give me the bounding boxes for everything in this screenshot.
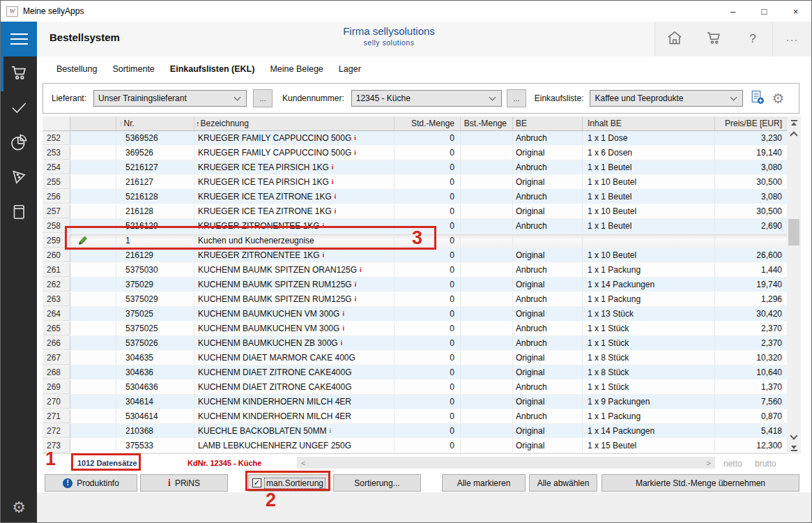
- table-row[interactable]: 254 5216127 KRUEGER ICE TEA PIRSICH 1KGi…: [43, 160, 787, 175]
- list-settings-button[interactable]: ⚙: [772, 90, 784, 107]
- home-button[interactable]: [655, 22, 694, 56]
- col-inhaltbe-header[interactable]: Inhalt BE: [583, 116, 715, 131]
- table-row[interactable]: 273 375533 LAMB LEBKUCHENHERZ UNGEF 250G…: [43, 439, 787, 453]
- sidebar-settings-button[interactable]: ⚙: [1, 492, 37, 523]
- info-marker-icon[interactable]: i: [355, 281, 357, 288]
- close-button[interactable]: ×: [780, 1, 811, 22]
- table-row[interactable]: 269 5304636 KUCHENM DIAET ZITRONE CAKE40…: [43, 380, 787, 395]
- tab-bestellung[interactable]: Bestellung: [56, 61, 97, 77]
- scroll-down-button[interactable]: [787, 432, 801, 443]
- more-button[interactable]: ···: [772, 22, 811, 56]
- col-bstmenge-header[interactable]: Bst.-Menge: [461, 116, 513, 131]
- kundennummer-select[interactable]: 12345 - Küche: [351, 90, 502, 107]
- minimize-button[interactable]: –: [717, 1, 749, 22]
- kundennummer-browse-button[interactable]: ...: [507, 89, 526, 107]
- table-row[interactable]: 268 304636 KUCHENM DIAET ZITRONE CAKE400…: [43, 365, 787, 380]
- scroll-up-button[interactable]: [787, 128, 801, 139]
- info-marker-icon[interactable]: i: [354, 149, 356, 156]
- table-row[interactable]: 258 5216129 KRUEGER ZITRONENTEE 1KGi 0 A…: [43, 219, 787, 234]
- tab-lager[interactable]: Lager: [339, 61, 361, 77]
- table-row[interactable]: 272 210368 KUECHLE BACKOBLATEN 50MMi 0 O…: [43, 424, 787, 439]
- maximize-button[interactable]: □: [749, 1, 780, 22]
- table-row[interactable]: 256 5216128 KRUEGER ICE TEA ZITRONE 1KGi…: [43, 190, 787, 204]
- table-row[interactable]: 253 369526 KRUEGER FAMILY CAPPUCCINO 500…: [43, 146, 787, 160]
- scroll-track[interactable]: [787, 139, 801, 432]
- tab-sortimente[interactable]: Sortimente: [112, 61, 154, 77]
- vertical-scrollbar[interactable]: [787, 116, 801, 454]
- einkaufsliste-select[interactable]: Kaffee und Teeprodukte: [590, 90, 743, 107]
- table-row[interactable]: 252 5369526 KRUEGER FAMILY CAPPUCCINO 50…: [43, 131, 787, 146]
- lieferant-browse-button[interactable]: ...: [253, 89, 273, 107]
- tab-einkaufslisten[interactable]: Einkaufslisten (EKL): [170, 61, 255, 77]
- markierte-uebernehmen-button[interactable]: Markierte Std.-Menge übernehmen: [602, 474, 799, 492]
- table-row[interactable]: 271 5304614 KUCHENM KINDERHOERN MILCH 4E…: [43, 409, 787, 424]
- info-marker-icon[interactable]: i: [332, 179, 334, 185]
- brutto-toggle[interactable]: brutto: [755, 459, 776, 469]
- horizontal-scrollbar[interactable]: < >: [297, 457, 715, 469]
- table-row[interactable]: 257 216128 KRUEGER ICE TEA ZITRONE 1KGi …: [43, 204, 787, 219]
- alle-abwaehlen-button[interactable]: Alle abwählen: [529, 474, 597, 492]
- std-menge-cell: 0: [394, 190, 461, 204]
- table-row[interactable]: 270 304614 KUCHENM KINDERHOERN MILCH 4ER…: [43, 395, 787, 409]
- prins-button[interactable]: i PRiNS: [140, 474, 228, 492]
- table-row[interactable]: 262 375029 KUCHENM BAUMK SPITZEN RUM125G…: [43, 278, 787, 292]
- std-menge-cell: 0: [394, 131, 461, 145]
- chevron-down-icon: [489, 94, 496, 101]
- table-row[interactable]: 263 5375029 KUCHENM BAUMK SPITZEN RUM125…: [43, 292, 787, 307]
- col-be-header[interactable]: BE: [513, 116, 583, 131]
- table-row[interactable]: 265 5375025 KUCHENM BAUMKUCHEN VM 300Gi …: [43, 321, 787, 336]
- table-row[interactable]: 259 1 Kuchen und Kuchenerzeugnise 0: [43, 234, 787, 248]
- info-marker-icon[interactable]: i: [332, 164, 334, 171]
- info-marker-icon[interactable]: i: [355, 296, 357, 303]
- produktinfo-button[interactable]: ! Produktinfo: [45, 474, 137, 492]
- info-marker-icon[interactable]: i: [341, 340, 343, 347]
- col-rownum-header[interactable]: [43, 116, 70, 131]
- help-button[interactable]: ?: [733, 22, 772, 56]
- col-icon-header[interactable]: [70, 116, 116, 131]
- table-row[interactable]: 267 304635 KUCHENM DIAET MARMOR CAKE 400…: [43, 351, 787, 365]
- sortierung-button[interactable]: Sortierung...: [333, 474, 421, 492]
- info-marker-icon[interactable]: i: [323, 222, 325, 229]
- cart-button[interactable]: [694, 22, 733, 56]
- table-row[interactable]: 266 5375026 KUCHENM BAUMKUCHEN ZB 300Gi …: [43, 336, 787, 351]
- new-list-button[interactable]: [750, 90, 765, 107]
- tab-meine-belege[interactable]: Meine Belege: [270, 61, 323, 77]
- sidebar-item-catalog[interactable]: [1, 196, 37, 231]
- man-sortierung-control[interactable]: ✓ man.Sortierung: [248, 474, 330, 492]
- info-marker-icon[interactable]: i: [323, 252, 325, 259]
- scroll-to-top-button[interactable]: [787, 116, 801, 128]
- info-marker-icon[interactable]: i: [342, 325, 344, 332]
- sidebar-item-checklist[interactable]: [1, 91, 37, 126]
- man-sortierung-checkbox[interactable]: ✓: [252, 478, 261, 487]
- col-bezeichnung-header[interactable]: ↑ Bezeichnung: [194, 116, 394, 131]
- info-marker-icon[interactable]: i: [335, 208, 337, 215]
- info-marker-icon[interactable]: i: [354, 135, 356, 142]
- sidebar-item-statistics[interactable]: [1, 126, 37, 161]
- scroll-to-bottom-button[interactable]: [787, 443, 801, 454]
- sidebar-item-pennant[interactable]: [1, 161, 37, 196]
- lieferant-select[interactable]: Unser Trainingslieferant: [93, 90, 247, 107]
- be-cell: Anbruch: [513, 292, 583, 306]
- col-stdmenge-header[interactable]: Std.-Menge: [394, 116, 461, 131]
- hamburger-menu-button[interactable]: [1, 22, 37, 56]
- info-marker-icon[interactable]: i: [335, 193, 337, 200]
- std-menge-cell: 0: [394, 248, 461, 262]
- row-icon-cell: [70, 321, 116, 335]
- preis-cell: 30,420: [715, 307, 787, 321]
- table-row[interactable]: 255 216127 KRUEGER ICE TEA PIRSICH 1KGi …: [43, 175, 787, 190]
- info-marker-icon[interactable]: i: [342, 310, 344, 317]
- alle-markieren-button[interactable]: Alle markieren: [442, 474, 526, 492]
- info-marker-icon[interactable]: i: [360, 266, 362, 273]
- col-preis-header[interactable]: Preis/BE [EUR]: [715, 116, 787, 131]
- preis-cell: 10,320: [715, 351, 787, 365]
- info-marker-icon[interactable]: i: [330, 427, 332, 434]
- scroll-thumb[interactable]: [788, 219, 799, 245]
- table-row[interactable]: 261 5375030 KUCHENM BAUMK SPITZEN ORAN12…: [43, 263, 787, 278]
- table-row[interactable]: 264 375025 KUCHENM BAUMKUCHEN VM 300Gi 0…: [43, 307, 787, 321]
- table-row[interactable]: 260 216129 KRUEGER ZITRONENTEE 1KGi 0 Or…: [43, 248, 787, 263]
- netto-toggle[interactable]: netto: [723, 459, 742, 469]
- inhalt-be-cell: 1 x 8 Stück: [583, 351, 715, 365]
- col-nr-header[interactable]: ↑ Nr.: [116, 116, 194, 131]
- product-table: ↑ Nr. ↑ Bezeichnung Std.-Menge Bst.-Meng…: [43, 116, 801, 454]
- sidebar-item-bestellsystem[interactable]: [1, 56, 37, 91]
